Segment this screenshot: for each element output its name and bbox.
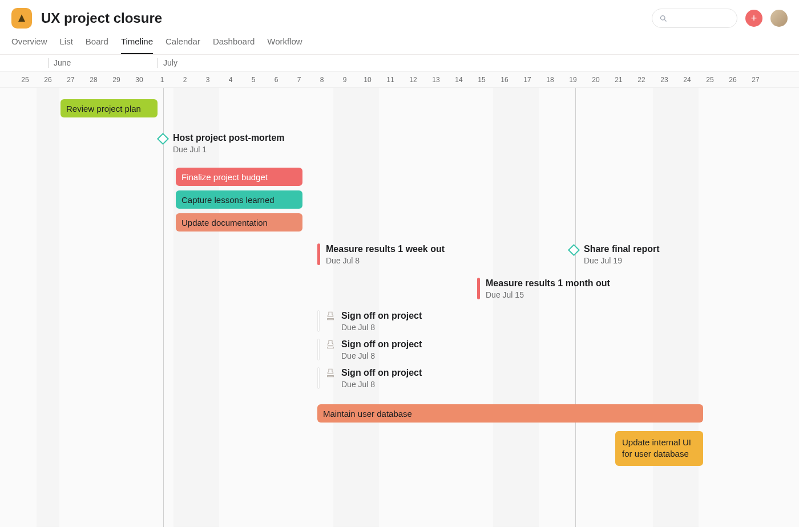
day-cell: 23 (653, 72, 676, 87)
day-cell: 2 (173, 72, 196, 87)
task-capture-lessons[interactable]: Capture lessons learned (176, 190, 302, 209)
project-icon[interactable] (11, 8, 32, 29)
task-due: Due Jul 8 (326, 256, 445, 265)
day-cell: 27 (744, 72, 767, 87)
task-label: Maintain user database (323, 409, 412, 419)
tab-list[interactable]: List (60, 36, 73, 54)
day-cell: 14 (447, 72, 470, 87)
nav-tabs: Overview List Board Timeline Calendar Da… (0, 31, 799, 55)
day-cell: 24 (676, 72, 699, 87)
day-cell: 5 (242, 72, 265, 87)
task-title: Measure results 1 week out (326, 243, 445, 255)
task-due: Due Jul 1 (173, 145, 285, 154)
day-cell: 28 (82, 72, 105, 87)
tab-calendar[interactable]: Calendar (166, 36, 200, 54)
tab-timeline[interactable]: Timeline (121, 36, 153, 54)
milestone-icon (568, 244, 580, 256)
task-due: Due Jul 19 (584, 256, 659, 265)
task-measure-1week[interactable]: Measure results 1 week out Due Jul 8 (317, 243, 445, 265)
task-marker-icon (317, 243, 320, 265)
task-due: Due Jul 8 (341, 351, 422, 360)
approval-stamp-icon (325, 311, 336, 321)
task-title: Sign off on project (341, 339, 422, 350)
day-cell: 29 (105, 72, 128, 87)
task-marker-bar (317, 367, 320, 389)
task-signoff-2[interactable]: Sign off on project Due Jul 8 (317, 339, 422, 360)
task-update-documentation[interactable]: Update documentation (176, 213, 302, 232)
milestone-post-mortem[interactable]: Host project post-mortem Due Jul 1 (159, 132, 285, 154)
day-cell: 16 (493, 72, 516, 87)
task-title: Share final report (584, 243, 659, 255)
milestone-share-final-report[interactable]: Share final report Due Jul 19 (570, 243, 659, 265)
search-icon (659, 14, 668, 23)
month-label-july: July (158, 58, 177, 67)
day-cell: 26 (721, 72, 744, 87)
svg-line-1 (664, 19, 666, 21)
day-cell: 22 (630, 72, 653, 87)
task-maintain-user-db[interactable]: Maintain user database (317, 404, 703, 423)
add-button[interactable]: + (745, 10, 762, 27)
task-title: Sign off on project (341, 367, 422, 379)
day-cell: 7 (288, 72, 310, 87)
task-marker-bar (317, 339, 320, 360)
svg-point-0 (661, 15, 665, 20)
task-finalize-budget[interactable]: Finalize project budget (176, 168, 302, 186)
milestone-icon (157, 133, 169, 145)
task-title: Sign off on project (341, 310, 422, 322)
day-cell: 27 (59, 72, 82, 87)
task-label: Finalize project budget (181, 172, 268, 182)
day-cell: 19 (562, 72, 584, 87)
task-due: Due Jul 15 (486, 290, 610, 299)
day-cell: 15 (470, 72, 493, 87)
day-cell: 30 (128, 72, 151, 87)
task-label: Review project plan (66, 104, 141, 113)
task-measure-1month[interactable]: Measure results 1 month out Due Jul 15 (477, 278, 610, 299)
task-signoff-3[interactable]: Sign off on project Due Jul 8 (317, 367, 422, 389)
day-cell: 26 (37, 72, 59, 87)
month-header: June July (0, 55, 799, 72)
day-cell: 18 (539, 72, 562, 87)
task-marker-bar (317, 310, 320, 332)
day-cell: 12 (402, 72, 425, 87)
task-signoff-1[interactable]: Sign off on project Due Jul 8 (317, 310, 422, 332)
day-cell: 20 (584, 72, 607, 87)
search-input[interactable] (652, 9, 737, 28)
day-cell: 10 (356, 72, 379, 87)
task-marker-icon (477, 278, 480, 299)
task-label: Update internal UI for user database (622, 437, 696, 460)
day-cell: 21 (607, 72, 630, 87)
task-due: Due Jul 8 (341, 323, 422, 332)
day-cell: 6 (265, 72, 288, 87)
approval-stamp-icon (325, 339, 336, 350)
user-avatar[interactable] (770, 10, 788, 27)
tab-board[interactable]: Board (86, 36, 108, 54)
day-cell: 9 (333, 72, 356, 87)
tab-overview[interactable]: Overview (11, 36, 47, 54)
day-cell: 13 (425, 72, 447, 87)
task-review-project-plan[interactable]: Review project plan (60, 99, 158, 117)
task-label: Capture lessons learned (181, 195, 275, 205)
approval-stamp-icon (325, 368, 336, 378)
task-title: Measure results 1 month out (486, 278, 610, 289)
tab-dashboard[interactable]: Dashboard (213, 36, 255, 54)
project-title: UX project closure (41, 10, 162, 26)
month-label-june: June (48, 58, 71, 67)
day-cell: 3 (196, 72, 219, 87)
day-header: 2526272829301234567891011121314151617181… (0, 72, 799, 88)
task-label: Update documentation (181, 218, 268, 228)
day-cell: 25 (699, 72, 721, 87)
day-cell: 25 (14, 72, 37, 87)
task-title: Host project post-mortem (173, 132, 285, 144)
day-cell: 11 (379, 72, 402, 87)
timeline-canvas[interactable]: Review project plan Host project post-mo… (0, 88, 799, 527)
day-cell: 4 (219, 72, 242, 87)
day-cell: 8 (310, 72, 333, 87)
day-cell: 1 (151, 72, 173, 87)
tab-workflow[interactable]: Workflow (267, 36, 302, 54)
day-cell: 17 (516, 72, 539, 87)
task-due: Due Jul 8 (341, 380, 422, 389)
task-update-internal-ui[interactable]: Update internal UI for user database (615, 431, 703, 466)
